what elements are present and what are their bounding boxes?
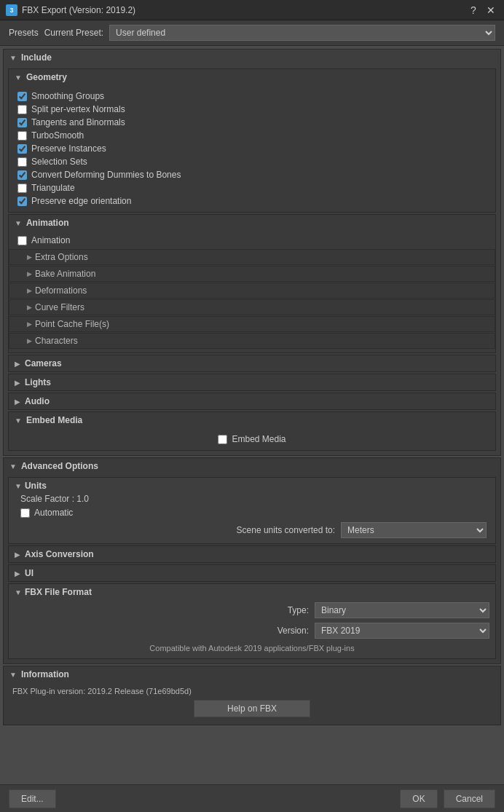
smoothing-groups-label: Smoothing Groups <box>31 91 104 101</box>
presets-row: Presets Current Preset: User defined <box>0 20 504 46</box>
selection-sets-row: Selection Sets <box>9 155 495 168</box>
curve-filters-item[interactable]: ▶ Curve Filters <box>9 299 495 315</box>
information-arrow: ▼ <box>9 671 17 679</box>
help-on-fbx-button[interactable]: Help on FBX <box>194 700 310 717</box>
cancel-button[interactable]: Cancel <box>444 789 495 808</box>
animation-header[interactable]: ▼ Animation <box>9 215 495 231</box>
smoothing-groups-checkbox[interactable] <box>17 92 27 101</box>
split-normals-row: Split per-vertex Normals <box>9 103 495 116</box>
close-button[interactable]: ✕ <box>484 3 498 17</box>
preserve-instances-checkbox[interactable] <box>17 144 27 154</box>
fbx-file-format-header[interactable]: ▼ FBX File Format <box>15 587 489 597</box>
scene-units-label: Scene units converted to: <box>237 525 335 535</box>
automatic-checkbox[interactable] <box>20 508 30 518</box>
embed-media-arrow: ▼ <box>15 417 22 425</box>
audio-arrow: ▶ <box>15 398 20 406</box>
ok-button[interactable]: OK <box>400 789 437 808</box>
app-icon: 3 <box>6 4 17 16</box>
version-label: Version: <box>277 626 309 636</box>
split-normals-checkbox[interactable] <box>17 105 27 114</box>
ui-section[interactable]: ▶ UI <box>8 564 496 582</box>
characters-arrow: ▶ <box>27 337 32 344</box>
convert-dummies-label: Convert Deforming Dummies to Bones <box>31 170 181 180</box>
current-preset-select[interactable]: User defined <box>109 25 495 41</box>
units-subsection: ▼ Units Scale Factor : 1.0 Automatic Sce… <box>8 477 496 544</box>
information-section: ▼ Information FBX Plug-in version: 2019.… <box>3 666 501 725</box>
units-arrow: ▼ <box>15 482 22 490</box>
preserve-instances-label: Preserve Instances <box>31 143 106 154</box>
cameras-section[interactable]: ▶ Cameras <box>8 355 496 372</box>
animation-section: ▼ Animation Animation ▶ Extra Options <box>8 214 496 353</box>
type-label: Type: <box>288 605 309 615</box>
edit-button[interactable]: Edit... <box>9 789 56 808</box>
convert-dummies-row: Convert Deforming Dummies to Bones <box>9 168 495 181</box>
deformations-item[interactable]: ▶ Deformations <box>9 283 495 299</box>
bake-animation-arrow: ▶ <box>27 270 32 277</box>
compat-text: Compatible with Autodesk 2019 applicatio… <box>15 641 489 655</box>
embed-media-check-label: Embed Media <box>232 434 286 444</box>
type-select[interactable]: Binary ASCII <box>315 602 489 618</box>
animation-body: Animation ▶ Extra Options ▶ Bake Animati… <box>9 231 495 352</box>
include-title: Include <box>21 52 52 63</box>
help-button[interactable]: ? <box>466 3 481 17</box>
audio-section[interactable]: ▶ Audio <box>8 393 496 410</box>
embed-media-body: Embed Media <box>9 428 495 450</box>
triangulate-label: Triangulate <box>31 183 75 193</box>
automatic-label: Automatic <box>34 508 73 518</box>
smoothing-groups-row: Smoothing Groups <box>9 90 495 103</box>
scale-factor-row: Scale Factor : 1.0 <box>15 492 489 505</box>
tangents-label: Tangents and Binormals <box>31 117 125 127</box>
units-title: Units <box>25 481 47 491</box>
animation-title: Animation <box>26 218 69 228</box>
geometry-body: Smoothing Groups Split per-vertex Normal… <box>9 85 495 212</box>
units-header[interactable]: ▼ Units <box>15 481 489 491</box>
lights-section[interactable]: ▶ Lights <box>8 374 496 391</box>
animation-checkbox[interactable] <box>17 236 27 245</box>
geometry-header[interactable]: ▼ Geometry <box>9 69 495 85</box>
embed-media-section: ▼ Embed Media Embed Media <box>8 411 496 451</box>
point-cache-item[interactable]: ▶ Point Cache File(s) <box>9 316 495 332</box>
extra-options-item[interactable]: ▶ Extra Options <box>9 249 495 265</box>
animation-check-row: Animation <box>9 234 495 248</box>
axis-conversion-section[interactable]: ▶ Axis Conversion <box>8 545 496 563</box>
geometry-arrow: ▼ <box>15 74 22 82</box>
advanced-options-header[interactable]: ▼ Advanced Options <box>4 458 500 474</box>
units-select[interactable]: Meters Centimeters Millimeters Kilometer… <box>341 522 487 538</box>
curve-filters-label: Curve Filters <box>35 302 84 312</box>
tangents-checkbox[interactable] <box>17 118 27 127</box>
selection-sets-checkbox[interactable] <box>17 157 27 167</box>
split-normals-label: Split per-vertex Normals <box>31 104 125 114</box>
bake-animation-label: Bake Animation <box>35 269 95 279</box>
turbosmooth-checkbox[interactable] <box>17 131 27 141</box>
embed-media-check-row: Embed Media <box>209 433 294 446</box>
bake-animation-item[interactable]: ▶ Bake Animation <box>9 266 495 282</box>
advanced-options-body: ▼ Units Scale Factor : 1.0 Automatic Sce… <box>4 474 500 663</box>
triangulate-checkbox[interactable] <box>17 184 27 193</box>
preserve-edge-checkbox[interactable] <box>17 197 27 206</box>
axis-arrow: ▶ <box>15 551 20 559</box>
embed-media-checkbox[interactable] <box>218 435 227 444</box>
embed-media-header[interactable]: ▼ Embed Media <box>9 412 495 428</box>
deformations-label: Deformations <box>35 285 87 296</box>
characters-item[interactable]: ▶ Characters <box>9 333 495 349</box>
convert-dummies-checkbox[interactable] <box>17 170 27 180</box>
embed-media-title: Embed Media <box>26 415 82 425</box>
deformations-arrow: ▶ <box>27 287 32 294</box>
animation-check-label: Animation <box>31 235 70 245</box>
tangents-row: Tangents and Binormals <box>9 116 495 129</box>
turbosmooth-row: TurboSmooth <box>9 129 495 142</box>
version-text: FBX Plug-in version: 2019.2 Release (71e… <box>12 687 492 695</box>
version-row: Version: FBX 2019 FBX 2018 FBX 2016 FBX … <box>15 620 489 641</box>
point-cache-arrow: ▶ <box>27 320 32 328</box>
information-title: Information <box>21 669 69 679</box>
geometry-section: ▼ Geometry Smoothing Groups Split per-ve… <box>8 68 496 213</box>
version-select[interactable]: FBX 2019 FBX 2018 FBX 2016 FBX 2014 <box>315 623 489 639</box>
fbx-format-arrow: ▼ <box>15 588 22 596</box>
preserve-edge-row: Preserve edge orientation <box>9 194 495 208</box>
lights-arrow: ▶ <box>15 379 20 387</box>
characters-label: Characters <box>35 336 78 346</box>
include-header[interactable]: ▼ Include <box>4 50 500 66</box>
information-header[interactable]: ▼ Information <box>4 666 500 682</box>
include-arrow: ▼ <box>9 54 17 62</box>
advanced-options-section: ▼ Advanced Options ▼ Units Scale Factor … <box>3 457 501 664</box>
